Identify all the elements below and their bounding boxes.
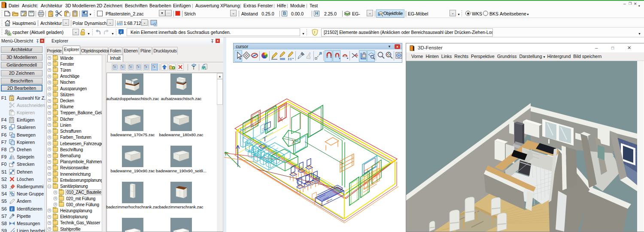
svg-text:i: i xyxy=(11,207,12,211)
svg-text:1:100: 1:100 xyxy=(117,21,123,23)
svg-text:LV: LV xyxy=(202,67,206,70)
svg-text:!: ! xyxy=(314,30,315,34)
svg-text:T: T xyxy=(192,66,195,70)
